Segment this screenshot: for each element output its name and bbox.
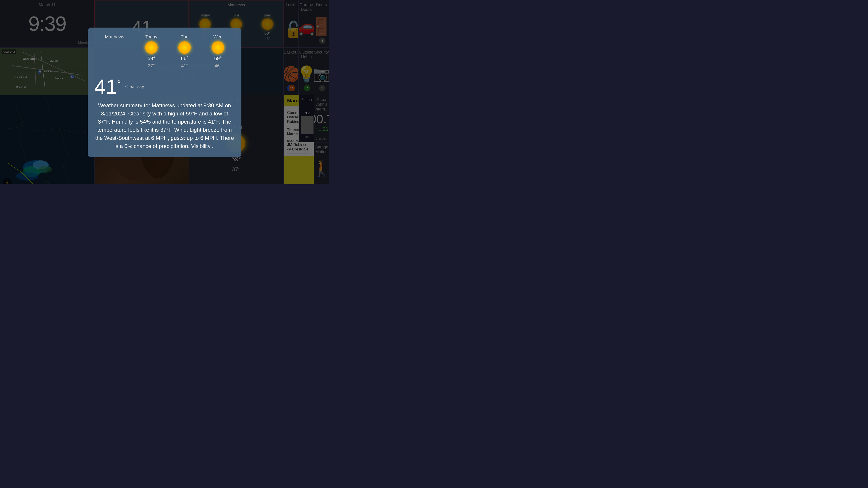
popup-sun-today [145, 41, 158, 54]
weather-popup[interactable]: Matthews Today 59° 37° Tue 66° 41° Wed 6… [88, 28, 241, 157]
popup-big-temp: 41° [94, 75, 121, 98]
popup-big-temp-container: 41° [94, 76, 121, 97]
popup-day-today-weather: Today 59° 37° [145, 34, 158, 68]
popup-summary: Weather summary for Matthews updated at … [94, 101, 235, 150]
popup-day-wed: Wed 69° 46° [212, 34, 224, 68]
popup-forecast-row: Matthews Today 59° 37° Tue 66° 41° Wed 6… [94, 34, 235, 72]
popup-sun-wed [212, 41, 224, 54]
popup-sun-tue [178, 41, 191, 54]
popup-day-today: Matthews [105, 34, 124, 68]
popup-day-tue: Tue 66° 41° [178, 34, 191, 68]
popup-condition: Clear sky [125, 84, 144, 89]
popup-current-row: 41° Clear sky [94, 76, 235, 97]
weather-popup-overlay[interactable]: Matthews Today 59° 37° Tue 66° 41° Wed 6… [0, 0, 329, 184]
